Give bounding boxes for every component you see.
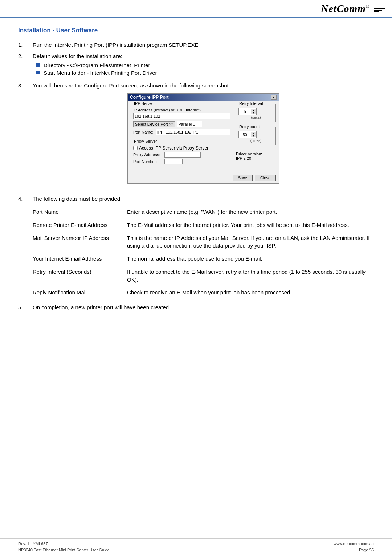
port-name-input[interactable] xyxy=(156,129,230,135)
content: Installation - User Software 1. Run the … xyxy=(0,18,392,324)
ipp-server-title: IPP Server xyxy=(133,101,154,106)
logo-text: NetComm® xyxy=(321,3,372,14)
dialog-title: Configure IPP Port xyxy=(130,95,168,100)
table-description: Check to receive an E-Mail when your pri… xyxy=(120,286,374,299)
proxy-checkbox-row: Access IPP Server via Proxy Server xyxy=(133,146,230,151)
port-number-input[interactable] xyxy=(164,159,183,164)
step-2-content: Default values for the installation are:… xyxy=(33,53,374,77)
port-name-row: Port Name: xyxy=(133,129,230,135)
retry-interval-down[interactable]: ▼ xyxy=(251,111,256,114)
bullet-square-2 xyxy=(36,71,40,74)
port-number-label: Port Number: xyxy=(133,159,163,164)
proxy-server-title: Proxy Server xyxy=(133,139,158,143)
step-4-content: The following data must be provided. Por… xyxy=(33,196,374,299)
dialog-left: IPP Server IP Address (Intranet) or URL … xyxy=(131,104,233,170)
retry-count-value: 50 xyxy=(239,132,251,137)
dialog-close-icon[interactable]: × xyxy=(271,95,277,100)
port-number-row: Port Number: xyxy=(133,159,230,164)
step-5: 5. On completion, a new printer port wil… xyxy=(18,304,374,310)
save-button[interactable]: Save xyxy=(233,175,253,181)
proxy-checkbox-label: Access IPP Server via Proxy Server xyxy=(139,146,208,151)
bullet-list: Directory - C:\Program Files\Internet_Pr… xyxy=(36,62,374,76)
footer-left: Rev. 1 - YML657 NP3640 Fast Ethernet Min… xyxy=(18,541,110,553)
data-table: Port Name Enter a descriptive name (e.g.… xyxy=(33,205,374,299)
table-row: Retry Interval (Seconds) If unable to co… xyxy=(33,265,374,286)
dialog-wrapper: Configure IPP Port × IPP Server xyxy=(33,93,374,184)
table-label: Your Internet E-mail Address xyxy=(33,252,120,265)
retry-interval-spinner[interactable]: 5 ▲ ▼ xyxy=(238,108,257,115)
driver-version-value: IPP 2.20 xyxy=(236,156,276,160)
retry-count-title: Retry count xyxy=(238,125,260,129)
table-description: This is the name or IP Address of your M… xyxy=(120,232,374,253)
step-5-num: 5. xyxy=(18,304,33,310)
retry-count-up[interactable]: ▲ xyxy=(251,132,256,135)
step-3-content: You will then see the Configure Port scr… xyxy=(33,82,374,191)
ipp-server-group: IPP Server IP Address (Intranet) or URL … xyxy=(131,104,233,139)
footer-right: www.netcomm.com.au Page 55 xyxy=(334,541,374,553)
table-label: Port Name xyxy=(33,205,120,219)
table-label: Remote Printer E-mail Address xyxy=(33,219,120,232)
parallel-input[interactable] xyxy=(177,121,202,127)
retry-interval-up[interactable]: ▲ xyxy=(251,109,256,111)
retry-count-content: 50 ▲ ▼ (times) xyxy=(238,131,273,143)
dialog-right: Retry Interval 5 ▲ ▼ xyxy=(236,104,276,170)
table-description: The normal address that people use to se… xyxy=(120,252,374,265)
step-1: 1. Run the InterNet Printing Port (IPP) … xyxy=(18,42,374,48)
table-row: Reply Notification Mail Check to receive… xyxy=(33,286,374,299)
step-1-num: 1. xyxy=(18,42,33,48)
step-list: 1. Run the InterNet Printing Port (IPP) … xyxy=(18,42,374,310)
step-1-text: Run the InterNet Printing Port (IPP) ins… xyxy=(33,42,374,48)
select-device-button[interactable]: Select Device Port >> xyxy=(133,121,175,127)
table-row: Port Name Enter a descriptive name (e.g.… xyxy=(33,205,374,219)
driver-version: Driver Version: IPP 2.20 xyxy=(236,152,276,160)
retry-count-down[interactable]: ▼ xyxy=(251,135,256,137)
footer: Rev. 1 - YML657 NP3640 Fast Ethernet Min… xyxy=(0,538,392,555)
dialog-titlebar: Configure IPP Port × xyxy=(128,94,279,101)
proxy-server-group: Proxy Server Access IPP Server via Proxy… xyxy=(131,142,233,168)
table-label: Retry Interval (Seconds) xyxy=(33,265,120,286)
retry-interval-group: Retry Interval 5 ▲ ▼ xyxy=(236,104,276,122)
retry-count-unit: (times) xyxy=(238,139,273,143)
retry-count-group: Retry count 50 ▲ ▼ xyxy=(236,127,276,145)
retry-interval-content: 5 ▲ ▼ (secs) xyxy=(238,108,273,119)
driver-version-label: Driver Version: xyxy=(236,152,276,156)
close-button[interactable]: Close xyxy=(255,175,276,181)
step-4-num: 4. xyxy=(18,196,33,202)
table-row: Mail Server Nameor IP Address This is th… xyxy=(33,232,374,253)
dialog-footer: Save Close xyxy=(128,173,279,183)
select-device-row: Select Device Port >> xyxy=(133,121,230,127)
bullet-item-1: Directory - C:\Program Files\Internet_Pr… xyxy=(36,62,374,68)
step-2-num: 2. xyxy=(18,53,33,59)
dialog-body: IPP Server IP Address (Intranet) or URL … xyxy=(128,101,279,173)
retry-interval-title: Retry Interval xyxy=(238,101,264,106)
footer-product: NP3640 Fast Ethernet Mini Print Server U… xyxy=(18,547,110,553)
step-3-num: 3. xyxy=(18,82,33,89)
footer-website: www.netcomm.com.au xyxy=(334,541,374,547)
table-description: Enter a descriptive name (e.g. "WAN") fo… xyxy=(120,205,374,219)
step-4: 4. The following data must be provided. … xyxy=(18,196,374,299)
section-title: Installation - User Software xyxy=(18,27,374,36)
proxy-checkbox[interactable] xyxy=(133,146,138,150)
retry-count-arrows[interactable]: ▲ ▼ xyxy=(251,132,256,137)
table-label: Reply Notification Mail xyxy=(33,286,120,299)
step-3: 3. You will then see the Configure Port … xyxy=(18,82,374,191)
table-description: The E-Mail address for the Internet prin… xyxy=(120,219,374,232)
retry-interval-value: 5 xyxy=(239,109,251,114)
logo-lines xyxy=(374,8,385,13)
port-name-label: Port Name: xyxy=(133,130,154,134)
step-5-text: On completion, a new printer port will h… xyxy=(33,304,374,310)
configure-ipp-dialog: Configure IPP Port × IPP Server xyxy=(127,93,279,184)
proxy-server-content: Access IPP Server via Proxy Server Proxy… xyxy=(133,146,230,164)
table-description: If unable to connect to the E-Mail serve… xyxy=(120,265,374,286)
ip-input[interactable] xyxy=(133,113,230,119)
retry-interval-unit: (secs) xyxy=(238,115,273,119)
retry-interval-arrows[interactable]: ▲ ▼ xyxy=(251,109,256,114)
table-row: Remote Printer E-mail Address The E-Mail… xyxy=(33,219,374,232)
retry-count-spinner[interactable]: 50 ▲ ▼ xyxy=(238,131,257,138)
proxy-address-input[interactable] xyxy=(164,152,201,158)
ip-label: IP Address (Intranet) or URL (Internet): xyxy=(133,108,230,112)
table-label: Mail Server Nameor IP Address xyxy=(33,232,120,253)
header: NetComm® xyxy=(0,0,392,18)
footer-page: Page 55 xyxy=(334,547,374,553)
footer-rev: Rev. 1 - YML657 xyxy=(18,541,110,547)
